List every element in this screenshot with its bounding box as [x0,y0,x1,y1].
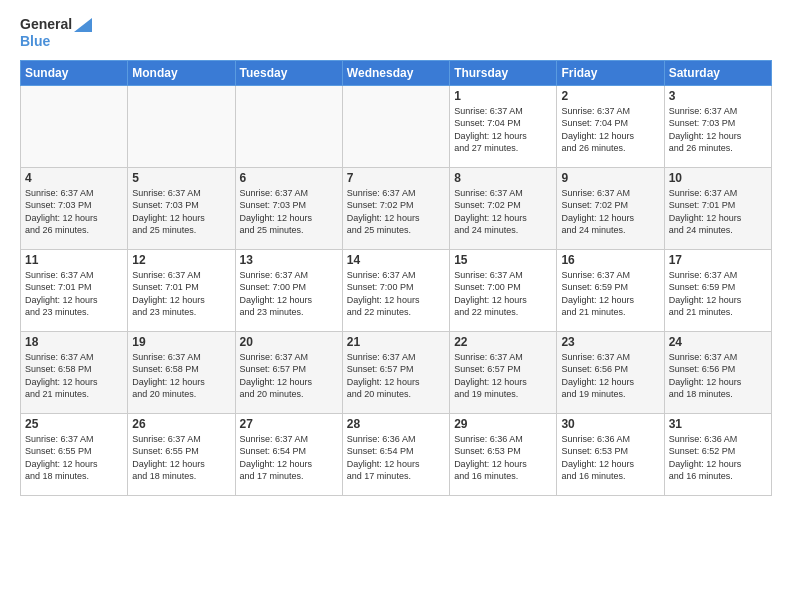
day-number: 24 [669,335,767,349]
day-number: 11 [25,253,123,267]
calendar-cell: 9Sunrise: 6:37 AM Sunset: 7:02 PM Daylig… [557,167,664,249]
weekday-header-saturday: Saturday [664,60,771,85]
calendar-cell: 2Sunrise: 6:37 AM Sunset: 7:04 PM Daylig… [557,85,664,167]
calendar-cell [128,85,235,167]
day-info: Sunrise: 6:37 AM Sunset: 6:56 PM Dayligh… [561,351,659,401]
calendar-cell: 20Sunrise: 6:37 AM Sunset: 6:57 PM Dayli… [235,331,342,413]
day-number: 7 [347,171,445,185]
calendar-week-row: 11Sunrise: 6:37 AM Sunset: 7:01 PM Dayli… [21,249,772,331]
weekday-header-monday: Monday [128,60,235,85]
page-header: General Blue [20,16,772,50]
day-info: Sunrise: 6:36 AM Sunset: 6:53 PM Dayligh… [561,433,659,483]
calendar-cell: 3Sunrise: 6:37 AM Sunset: 7:03 PM Daylig… [664,85,771,167]
day-info: Sunrise: 6:37 AM Sunset: 6:55 PM Dayligh… [132,433,230,483]
day-number: 6 [240,171,338,185]
day-info: Sunrise: 6:37 AM Sunset: 7:01 PM Dayligh… [25,269,123,319]
weekday-header-sunday: Sunday [21,60,128,85]
day-info: Sunrise: 6:37 AM Sunset: 6:58 PM Dayligh… [25,351,123,401]
calendar-cell: 26Sunrise: 6:37 AM Sunset: 6:55 PM Dayli… [128,413,235,495]
calendar-cell: 12Sunrise: 6:37 AM Sunset: 7:01 PM Dayli… [128,249,235,331]
weekday-header-tuesday: Tuesday [235,60,342,85]
day-number: 19 [132,335,230,349]
day-info: Sunrise: 6:37 AM Sunset: 7:02 PM Dayligh… [561,187,659,237]
day-info: Sunrise: 6:37 AM Sunset: 7:03 PM Dayligh… [669,105,767,155]
weekday-header-row: SundayMondayTuesdayWednesdayThursdayFrid… [21,60,772,85]
day-number: 8 [454,171,552,185]
calendar-table: SundayMondayTuesdayWednesdayThursdayFrid… [20,60,772,496]
day-info: Sunrise: 6:37 AM Sunset: 7:01 PM Dayligh… [669,187,767,237]
calendar-cell: 16Sunrise: 6:37 AM Sunset: 6:59 PM Dayli… [557,249,664,331]
day-number: 13 [240,253,338,267]
weekday-header-friday: Friday [557,60,664,85]
calendar-cell: 24Sunrise: 6:37 AM Sunset: 6:56 PM Dayli… [664,331,771,413]
day-number: 9 [561,171,659,185]
day-number: 20 [240,335,338,349]
day-number: 31 [669,417,767,431]
calendar-cell: 19Sunrise: 6:37 AM Sunset: 6:58 PM Dayli… [128,331,235,413]
day-info: Sunrise: 6:37 AM Sunset: 6:58 PM Dayligh… [132,351,230,401]
day-info: Sunrise: 6:37 AM Sunset: 7:00 PM Dayligh… [347,269,445,319]
day-info: Sunrise: 6:37 AM Sunset: 6:56 PM Dayligh… [669,351,767,401]
day-info: Sunrise: 6:37 AM Sunset: 7:04 PM Dayligh… [454,105,552,155]
calendar-cell: 18Sunrise: 6:37 AM Sunset: 6:58 PM Dayli… [21,331,128,413]
calendar-cell: 13Sunrise: 6:37 AM Sunset: 7:00 PM Dayli… [235,249,342,331]
day-number: 25 [25,417,123,431]
day-info: Sunrise: 6:37 AM Sunset: 7:01 PM Dayligh… [132,269,230,319]
calendar-cell: 28Sunrise: 6:36 AM Sunset: 6:54 PM Dayli… [342,413,449,495]
calendar-week-row: 1Sunrise: 6:37 AM Sunset: 7:04 PM Daylig… [21,85,772,167]
day-number: 5 [132,171,230,185]
calendar-cell [235,85,342,167]
calendar-cell: 17Sunrise: 6:37 AM Sunset: 6:59 PM Dayli… [664,249,771,331]
day-number: 27 [240,417,338,431]
day-number: 1 [454,89,552,103]
day-number: 17 [669,253,767,267]
day-info: Sunrise: 6:37 AM Sunset: 7:03 PM Dayligh… [132,187,230,237]
calendar-cell: 6Sunrise: 6:37 AM Sunset: 7:03 PM Daylig… [235,167,342,249]
calendar-week-row: 25Sunrise: 6:37 AM Sunset: 6:55 PM Dayli… [21,413,772,495]
calendar-cell: 14Sunrise: 6:37 AM Sunset: 7:00 PM Dayli… [342,249,449,331]
day-number: 2 [561,89,659,103]
day-info: Sunrise: 6:37 AM Sunset: 7:00 PM Dayligh… [454,269,552,319]
calendar-cell: 29Sunrise: 6:36 AM Sunset: 6:53 PM Dayli… [450,413,557,495]
day-number: 18 [25,335,123,349]
calendar-cell: 21Sunrise: 6:37 AM Sunset: 6:57 PM Dayli… [342,331,449,413]
calendar-cell: 11Sunrise: 6:37 AM Sunset: 7:01 PM Dayli… [21,249,128,331]
day-info: Sunrise: 6:36 AM Sunset: 6:53 PM Dayligh… [454,433,552,483]
logo-text: General Blue [20,16,94,50]
calendar-cell: 8Sunrise: 6:37 AM Sunset: 7:02 PM Daylig… [450,167,557,249]
day-number: 15 [454,253,552,267]
calendar-cell: 23Sunrise: 6:37 AM Sunset: 6:56 PM Dayli… [557,331,664,413]
calendar-cell: 30Sunrise: 6:36 AM Sunset: 6:53 PM Dayli… [557,413,664,495]
day-info: Sunrise: 6:37 AM Sunset: 7:00 PM Dayligh… [240,269,338,319]
day-info: Sunrise: 6:36 AM Sunset: 6:52 PM Dayligh… [669,433,767,483]
day-info: Sunrise: 6:37 AM Sunset: 7:02 PM Dayligh… [454,187,552,237]
calendar-cell: 10Sunrise: 6:37 AM Sunset: 7:01 PM Dayli… [664,167,771,249]
day-info: Sunrise: 6:37 AM Sunset: 7:03 PM Dayligh… [240,187,338,237]
calendar-cell [21,85,128,167]
calendar-cell: 7Sunrise: 6:37 AM Sunset: 7:02 PM Daylig… [342,167,449,249]
calendar-cell: 5Sunrise: 6:37 AM Sunset: 7:03 PM Daylig… [128,167,235,249]
day-number: 12 [132,253,230,267]
day-info: Sunrise: 6:37 AM Sunset: 7:04 PM Dayligh… [561,105,659,155]
day-number: 10 [669,171,767,185]
calendar-cell: 4Sunrise: 6:37 AM Sunset: 7:03 PM Daylig… [21,167,128,249]
day-number: 29 [454,417,552,431]
calendar-cell: 27Sunrise: 6:37 AM Sunset: 6:54 PM Dayli… [235,413,342,495]
day-number: 21 [347,335,445,349]
day-info: Sunrise: 6:37 AM Sunset: 6:57 PM Dayligh… [347,351,445,401]
svg-marker-0 [74,18,92,32]
day-number: 16 [561,253,659,267]
day-number: 26 [132,417,230,431]
logo: General Blue [20,16,94,50]
day-info: Sunrise: 6:37 AM Sunset: 6:59 PM Dayligh… [561,269,659,319]
calendar-cell: 31Sunrise: 6:36 AM Sunset: 6:52 PM Dayli… [664,413,771,495]
weekday-header-thursday: Thursday [450,60,557,85]
day-info: Sunrise: 6:37 AM Sunset: 6:54 PM Dayligh… [240,433,338,483]
day-info: Sunrise: 6:37 AM Sunset: 6:57 PM Dayligh… [240,351,338,401]
day-number: 3 [669,89,767,103]
calendar-cell: 1Sunrise: 6:37 AM Sunset: 7:04 PM Daylig… [450,85,557,167]
day-info: Sunrise: 6:36 AM Sunset: 6:54 PM Dayligh… [347,433,445,483]
day-info: Sunrise: 6:37 AM Sunset: 6:59 PM Dayligh… [669,269,767,319]
day-number: 28 [347,417,445,431]
weekday-header-wednesday: Wednesday [342,60,449,85]
